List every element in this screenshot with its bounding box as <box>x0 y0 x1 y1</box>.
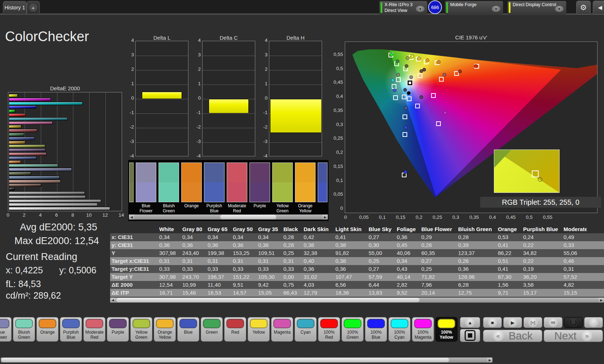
patch-button-purplish-blue[interactable]: PurplishBlue <box>60 317 82 342</box>
scroll-left-arrow-icon[interactable]: ◀ <box>110 298 116 303</box>
swatch-tile-orange-yellow[interactable] <box>295 162 316 202</box>
meter-dropdown[interactable]: X-Rite i1Pro 3 Direct View ▼ <box>379 1 427 14</box>
back-button[interactable]: « Back <box>483 330 542 342</box>
patch-button-purple[interactable]: Purple <box>107 317 129 342</box>
source-dropdown[interactable]: Mobile Forge ▼ <box>445 1 503 14</box>
stop-button[interactable]: ■ <box>483 317 502 328</box>
scroll-right-arrow-icon[interactable]: ▶ <box>322 214 328 220</box>
single-measure-button[interactable]: [+] <box>523 317 542 328</box>
table-cell: 0,28 <box>282 241 302 249</box>
current-reading-label: Current Reading <box>6 251 77 263</box>
swatch-tile-bluish-green[interactable] <box>158 162 179 202</box>
deltae-x-tick: 0 <box>3 212 13 218</box>
patch-color-chip <box>132 319 150 328</box>
display-control-dropdown[interactable]: Direct Display Control ▼ <box>507 1 566 14</box>
gridline <box>122 92 122 211</box>
auto-advance-button[interactable] <box>564 317 583 328</box>
patch-button-bluish-green[interactable]: BluishGreen <box>13 317 35 342</box>
patch-color-chip <box>414 319 432 328</box>
gridline <box>203 142 255 143</box>
swatch-tile-moderate-red[interactable] <box>227 162 247 202</box>
patch-button-red[interactable]: Red <box>224 317 246 342</box>
patch-button-100%-cyan[interactable]: 100%Cyan <box>388 317 410 342</box>
continuous-measure-button[interactable]: ∞ <box>544 317 562 328</box>
table-cell: 14,57 <box>231 289 257 297</box>
patch-button-100%-red[interactable]: 100%Red <box>318 317 340 342</box>
pane-up-button[interactable]: ▲ <box>460 317 480 328</box>
table-cell: 109,51 <box>257 249 282 257</box>
table-cell: 16,53 <box>206 289 231 297</box>
table-cell: 0,22 <box>522 257 562 265</box>
table-cell: 55,00 <box>367 249 395 257</box>
deltae-x-tick: 6 <box>51 212 62 218</box>
patch-button-100%-blue[interactable]: 100%Blue <box>365 317 387 342</box>
table-scrollbar-thumb[interactable] <box>116 298 420 302</box>
table-cell: 0,36 <box>181 241 206 249</box>
patch-button-blue-flower[interactable]: BlueFlower <box>0 317 12 342</box>
chevron-down-icon[interactable]: ▼ <box>416 6 425 12</box>
double-chevron-left-icon: « <box>493 330 504 341</box>
swatch-strip-scrollbar[interactable]: ◀▶ <box>129 214 328 220</box>
patch-button-orange[interactable]: Orange <box>36 317 58 342</box>
patch-color-chip <box>320 319 338 328</box>
table-cell: 0,36 <box>257 241 282 249</box>
swatch-tile-blue-flower[interactable] <box>136 162 156 202</box>
gridline <box>269 56 322 56</box>
swatch-tile-purple[interactable] <box>249 162 270 202</box>
settings-button[interactable]: ⚙ <box>576 1 591 14</box>
swatch-tile-orange[interactable] <box>181 162 202 202</box>
patch-button-100%-yellow[interactable]: 100%Yellow <box>435 317 457 342</box>
patch-button-label: ModerateRed <box>84 330 105 340</box>
patch-button-label: Red <box>225 330 246 335</box>
scroll-right-arrow-icon[interactable]: ▶ <box>599 298 604 303</box>
patch-button-orange-yellow[interactable]: OrangeYellow <box>154 317 176 342</box>
record-button[interactable] <box>584 317 603 328</box>
bottom-scrollbar[interactable]: ▶ <box>1 358 492 363</box>
scroll-right-arrow-icon[interactable]: ▶ <box>487 358 492 363</box>
column-header-purplish-blue: Purplish Blue <box>522 225 562 233</box>
new-tab-button[interactable]: + <box>27 1 40 14</box>
patch-button-yellow-green[interactable]: YellowGreen <box>130 317 152 342</box>
table-cell: 0,38 <box>334 257 367 265</box>
scroll-left-arrow-icon[interactable]: ◀ <box>129 214 134 220</box>
swatch-tile-label: ModerateRed <box>226 203 248 213</box>
patch-button-magenta[interactable]: Magenta <box>271 317 293 342</box>
swatch-tile-yellow-green[interactable] <box>272 162 293 202</box>
patch-button-cyan[interactable]: Cyan <box>295 317 317 342</box>
next-button[interactable]: Next » <box>544 330 603 342</box>
delta-y-tick: -2 <box>190 124 201 130</box>
swatch-tile-partial-right[interactable] <box>318 162 327 202</box>
column-header-gray-35: Gray 35 <box>257 225 282 233</box>
table-cell: 0,36 <box>158 241 181 249</box>
delta-bar <box>270 99 322 133</box>
patch-button-blue[interactable]: Blue <box>177 317 199 342</box>
patch-button-100%-green[interactable]: 100%Green <box>342 317 364 342</box>
chevron-down-icon[interactable]: ▼ <box>492 6 500 12</box>
delta-y-tick: 3 <box>257 52 268 57</box>
patch-button-yellow[interactable]: Yellow <box>248 317 270 342</box>
deltae-bar-cyan <box>9 117 68 121</box>
cie-target-square <box>408 81 412 85</box>
patch-button-100%-magenta[interactable]: 100%Magenta <box>412 317 434 342</box>
deltae-bar-yellow-green <box>9 144 45 148</box>
swatch-tile-partial-left[interactable] <box>129 162 134 202</box>
bottom-scrollbar-thumb[interactable] <box>1 358 449 362</box>
patch-window-button[interactable] <box>460 329 480 342</box>
collapse-panel-button[interactable]: ◀ <box>593 1 604 14</box>
play-button[interactable]: ▶ <box>503 317 522 328</box>
table-cell: 0,49 <box>562 233 587 241</box>
delta-chart-title: Delta H <box>269 35 322 41</box>
tab-history-1[interactable]: History 1 <box>3 1 27 14</box>
patch-button-moderate-red[interactable]: ModerateRed <box>83 317 105 342</box>
swatch-tile-purplish-blue[interactable] <box>204 162 225 202</box>
table-cell: 0,25 <box>420 265 457 273</box>
patch-button-label: BluishGreen <box>13 330 35 340</box>
table-scrollbar[interactable]: ◀ ▶ <box>110 298 604 303</box>
deltae-bar-blue-sky <box>9 176 60 179</box>
patch-button-green[interactable]: Green <box>201 317 223 342</box>
chevron-down-icon[interactable]: ▼ <box>555 6 564 12</box>
swatch-tile-label: OrangeYellow <box>294 203 317 213</box>
patch-button-label: Purple <box>107 330 129 335</box>
swatch-scrollbar-thumb[interactable] <box>220 215 276 219</box>
delta-y-tick: -1 <box>257 110 268 115</box>
